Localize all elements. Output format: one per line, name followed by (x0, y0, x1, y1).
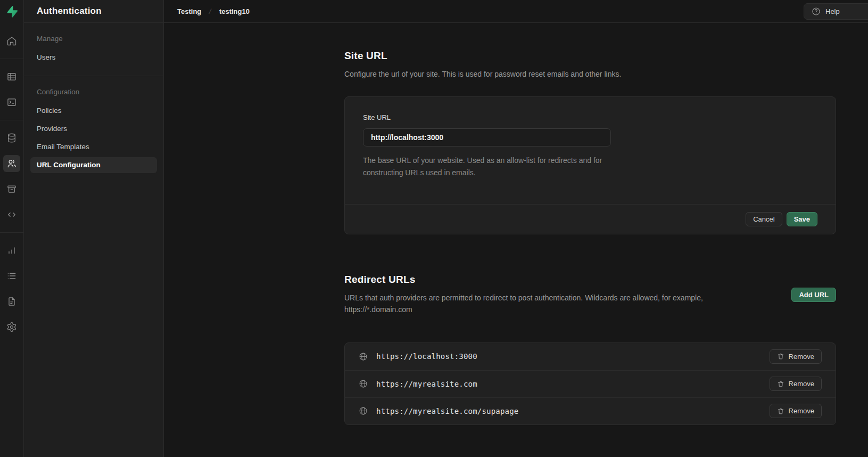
redirect-urls-description: URLs that auth providers are permitted t… (344, 292, 722, 315)
add-url-button[interactable]: Add URL (791, 288, 836, 302)
home-icon[interactable] (3, 32, 20, 50)
sidebar-item-policies[interactable]: Policies (30, 103, 157, 119)
redirect-url-value: https://localhost:3000 (376, 352, 477, 361)
nav-rail (0, 0, 24, 457)
breadcrumb-branch[interactable]: testing10 (219, 7, 250, 15)
remove-url-button[interactable]: Remove (770, 377, 822, 391)
sidebar-section-configuration: Configuration (24, 88, 163, 96)
help-button[interactable]: Help (804, 3, 868, 20)
sidebar-divider (24, 76, 163, 76)
storage-icon[interactable] (3, 181, 20, 198)
help-circle-icon (812, 7, 821, 16)
breadcrumb-project[interactable]: Testing (177, 7, 201, 15)
globe-icon (359, 406, 368, 415)
trash-icon (777, 353, 784, 360)
remove-url-button[interactable]: Remove (770, 349, 822, 364)
sidebar-item-users[interactable]: Users (30, 50, 157, 66)
redirect-url-value: https://myrealsite.com/supapage (376, 407, 519, 415)
trash-icon (777, 407, 784, 415)
rail-nav (0, 23, 23, 336)
globe-icon (359, 379, 368, 388)
rail-divider (0, 120, 24, 120)
page-title: Authentication (37, 6, 102, 17)
logs-icon[interactable] (3, 267, 20, 284)
site-url-description: Configure the url of your site. This is … (344, 69, 836, 80)
redirect-urls-list: https://localhost:3000 Remove https://my… (344, 342, 836, 425)
trash-icon (777, 380, 784, 388)
sql-editor-icon[interactable] (3, 94, 20, 111)
page-title-cell: Authentication (24, 0, 164, 22)
redirect-url-row: https://localhost:3000 Remove (345, 343, 836, 370)
reports-icon[interactable] (3, 242, 20, 259)
globe-icon (359, 352, 368, 361)
site-url-input[interactable] (363, 128, 611, 146)
redirect-urls-heading: Redirect URLs (344, 274, 722, 285)
rail-divider (0, 232, 24, 233)
topbar-breadcrumb-area: Testing / testing10 Help (164, 0, 868, 22)
redirect-url-row: https://myrealsite.com/supapage Remove (345, 397, 836, 425)
cancel-button[interactable]: Cancel (746, 212, 782, 226)
supabase-logo[interactable] (0, 0, 23, 23)
site-url-field-help: The base URL of your website. Used as an… (363, 154, 618, 180)
remove-url-label: Remove (789, 407, 814, 415)
site-url-card-footer: Cancel Save (345, 204, 836, 234)
redirect-url-value: https://myrealsite.com (376, 380, 477, 388)
supabase-logo-icon (5, 5, 18, 18)
save-button[interactable]: Save (787, 212, 817, 226)
help-button-label: Help (825, 7, 840, 15)
api-docs-icon[interactable] (3, 293, 20, 310)
main-content: Site URL Configure the url of your site.… (164, 23, 868, 457)
sidebar-item-providers[interactable]: Providers (30, 121, 157, 137)
auth-sidebar: Manage Users Configuration Policies Prov… (24, 23, 164, 457)
edge-functions-icon[interactable] (3, 206, 20, 223)
breadcrumb-separator: / (209, 7, 212, 15)
topbar: Authentication Testing / testing10 Help (24, 0, 868, 23)
sidebar-section-manage: Manage (24, 35, 163, 43)
database-icon[interactable] (3, 129, 20, 146)
sidebar-item-url-configuration[interactable]: URL Configuration (30, 157, 157, 173)
authentication-icon[interactable] (3, 155, 20, 172)
app-root: Authentication Testing / testing10 Help … (0, 0, 868, 457)
redirect-urls-header: Redirect URLs URLs that auth providers a… (344, 274, 836, 315)
site-url-card: Site URL The base URL of your website. U… (344, 96, 836, 235)
site-url-heading: Site URL (344, 50, 836, 62)
table-editor-icon[interactable] (3, 68, 20, 85)
redirect-url-row: https://myrealsite.com Remove (345, 370, 836, 397)
remove-url-label: Remove (789, 353, 814, 361)
remove-url-button[interactable]: Remove (770, 404, 822, 418)
sidebar-item-email-templates[interactable]: Email Templates (30, 139, 157, 155)
settings-icon[interactable] (3, 319, 20, 336)
site-url-field-label: Site URL (363, 113, 391, 121)
remove-url-label: Remove (789, 380, 814, 388)
rail-divider (0, 59, 24, 59)
